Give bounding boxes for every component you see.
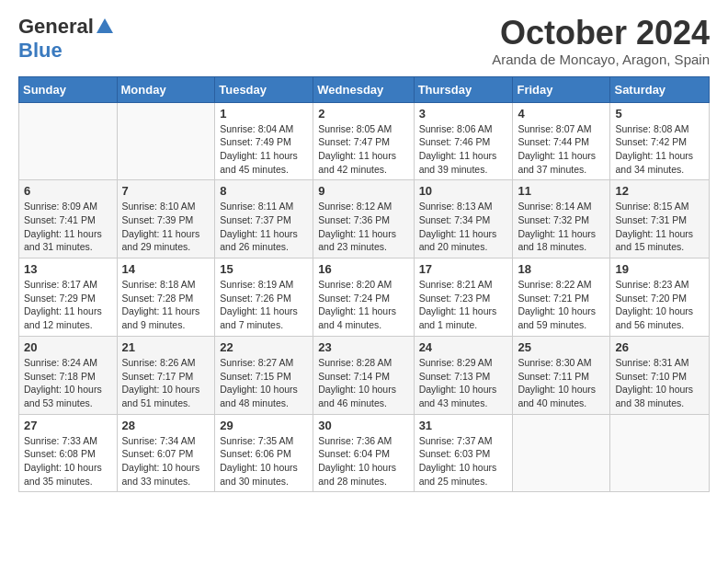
calendar-cell: 15Sunrise: 8:19 AMSunset: 7:26 PMDayligh… xyxy=(215,259,313,337)
day-number: 20 xyxy=(24,340,112,354)
svg-marker-0 xyxy=(97,18,113,33)
day-number: 5 xyxy=(615,107,704,121)
calendar-cell: 26Sunrise: 8:31 AMSunset: 7:10 PMDayligh… xyxy=(610,336,710,414)
calendar-week-row: 13Sunrise: 8:17 AMSunset: 7:29 PMDayligh… xyxy=(19,259,710,337)
day-info: Sunrise: 8:28 AMSunset: 7:14 PMDaylight:… xyxy=(318,356,408,410)
logo-triangle-icon xyxy=(97,18,113,37)
weekday-header: Saturday xyxy=(610,76,710,102)
day-info: Sunrise: 8:17 AMSunset: 7:29 PMDaylight:… xyxy=(24,278,112,332)
day-number: 16 xyxy=(318,262,408,276)
calendar-cell: 11Sunrise: 8:14 AMSunset: 7:32 PMDayligh… xyxy=(513,180,610,259)
calendar-cell: 20Sunrise: 8:24 AMSunset: 7:18 PMDayligh… xyxy=(19,336,118,414)
day-info: Sunrise: 7:35 AMSunset: 6:06 PMDaylight:… xyxy=(220,434,308,488)
day-info: Sunrise: 8:05 AMSunset: 7:47 PMDaylight:… xyxy=(318,122,408,177)
day-info: Sunrise: 7:36 AMSunset: 6:04 PMDaylight:… xyxy=(318,434,408,488)
day-info: Sunrise: 8:29 AMSunset: 7:13 PMDaylight:… xyxy=(419,356,508,410)
day-number: 14 xyxy=(122,262,210,276)
weekday-header: Friday xyxy=(513,76,610,102)
day-number: 19 xyxy=(615,262,704,276)
day-info: Sunrise: 8:30 AMSunset: 7:11 PMDaylight:… xyxy=(518,356,605,410)
calendar-week-row: 1Sunrise: 8:04 AMSunset: 7:49 PMDaylight… xyxy=(19,102,710,180)
calendar-cell: 10Sunrise: 8:13 AMSunset: 7:34 PMDayligh… xyxy=(414,180,513,259)
calendar-cell: 31Sunrise: 7:37 AMSunset: 6:03 PMDayligh… xyxy=(414,414,513,492)
day-number: 17 xyxy=(419,262,508,276)
location: Aranda de Moncayo, Aragon, Spain xyxy=(492,52,710,67)
day-number: 25 xyxy=(518,340,605,354)
day-info: Sunrise: 8:24 AMSunset: 7:18 PMDaylight:… xyxy=(24,356,112,410)
calendar-cell: 19Sunrise: 8:23 AMSunset: 7:20 PMDayligh… xyxy=(610,259,710,337)
day-info: Sunrise: 8:22 AMSunset: 7:21 PMDaylight:… xyxy=(518,278,605,332)
calendar-cell: 8Sunrise: 8:11 AMSunset: 7:37 PMDaylight… xyxy=(215,180,313,259)
calendar-cell: 1Sunrise: 8:04 AMSunset: 7:49 PMDaylight… xyxy=(215,102,313,180)
calendar-cell: 22Sunrise: 8:27 AMSunset: 7:15 PMDayligh… xyxy=(215,336,313,414)
day-number: 28 xyxy=(122,419,210,432)
calendar-cell: 16Sunrise: 8:20 AMSunset: 7:24 PMDayligh… xyxy=(313,259,414,337)
day-info: Sunrise: 8:07 AMSunset: 7:44 PMDaylight:… xyxy=(518,122,605,177)
day-number: 26 xyxy=(615,340,704,354)
calendar-cell: 23Sunrise: 8:28 AMSunset: 7:14 PMDayligh… xyxy=(313,336,414,414)
day-number: 31 xyxy=(419,419,508,432)
calendar-cell xyxy=(19,102,118,180)
calendar-cell: 13Sunrise: 8:17 AMSunset: 7:29 PMDayligh… xyxy=(19,259,118,337)
day-info: Sunrise: 8:04 AMSunset: 7:49 PMDaylight:… xyxy=(220,122,308,177)
day-info: Sunrise: 8:19 AMSunset: 7:26 PMDaylight:… xyxy=(220,278,308,332)
page: General Blue October 2024 Aranda de Monc… xyxy=(0,0,728,507)
day-number: 10 xyxy=(419,184,508,198)
day-number: 13 xyxy=(24,262,112,276)
day-number: 27 xyxy=(24,419,112,432)
day-number: 21 xyxy=(122,340,210,354)
day-info: Sunrise: 8:31 AMSunset: 7:10 PMDaylight:… xyxy=(615,356,704,410)
calendar-cell: 5Sunrise: 8:08 AMSunset: 7:42 PMDaylight… xyxy=(610,102,710,180)
calendar-cell: 4Sunrise: 8:07 AMSunset: 7:44 PMDaylight… xyxy=(513,102,610,180)
day-number: 11 xyxy=(518,184,605,198)
day-info: Sunrise: 8:23 AMSunset: 7:20 PMDaylight:… xyxy=(615,278,704,332)
calendar-cell xyxy=(513,414,610,492)
day-info: Sunrise: 8:18 AMSunset: 7:28 PMDaylight:… xyxy=(122,278,210,332)
day-number: 18 xyxy=(518,262,605,276)
day-info: Sunrise: 8:13 AMSunset: 7:34 PMDaylight:… xyxy=(419,200,508,254)
day-number: 7 xyxy=(122,184,210,198)
calendar-cell: 29Sunrise: 7:35 AMSunset: 6:06 PMDayligh… xyxy=(215,414,313,492)
calendar-cell: 18Sunrise: 8:22 AMSunset: 7:21 PMDayligh… xyxy=(513,259,610,337)
day-number: 3 xyxy=(419,107,508,121)
calendar-cell: 24Sunrise: 8:29 AMSunset: 7:13 PMDayligh… xyxy=(414,336,513,414)
calendar-cell: 6Sunrise: 8:09 AMSunset: 7:41 PMDaylight… xyxy=(19,180,118,259)
day-number: 12 xyxy=(615,184,704,198)
calendar-cell xyxy=(117,102,215,180)
weekday-header: Tuesday xyxy=(215,76,313,102)
day-number: 23 xyxy=(318,340,408,354)
calendar-table: SundayMondayTuesdayWednesdayThursdayFrid… xyxy=(18,76,710,493)
header: General Blue October 2024 Aranda de Monc… xyxy=(18,15,710,67)
day-number: 2 xyxy=(318,107,408,121)
day-info: Sunrise: 8:06 AMSunset: 7:46 PMDaylight:… xyxy=(419,122,508,177)
calendar-cell: 21Sunrise: 8:26 AMSunset: 7:17 PMDayligh… xyxy=(117,336,215,414)
weekday-header: Sunday xyxy=(19,76,118,102)
day-number: 30 xyxy=(318,419,408,432)
day-info: Sunrise: 8:12 AMSunset: 7:36 PMDaylight:… xyxy=(318,200,408,254)
calendar-cell xyxy=(610,414,710,492)
calendar-week-row: 20Sunrise: 8:24 AMSunset: 7:18 PMDayligh… xyxy=(19,336,710,414)
logo: General Blue xyxy=(18,15,113,63)
day-number: 22 xyxy=(220,340,308,354)
day-number: 6 xyxy=(24,184,112,198)
month-title: October 2024 xyxy=(492,15,710,52)
calendar-cell: 25Sunrise: 8:30 AMSunset: 7:11 PMDayligh… xyxy=(513,336,610,414)
day-info: Sunrise: 8:08 AMSunset: 7:42 PMDaylight:… xyxy=(615,122,704,177)
calendar-week-row: 6Sunrise: 8:09 AMSunset: 7:41 PMDaylight… xyxy=(19,180,710,259)
calendar-cell: 3Sunrise: 8:06 AMSunset: 7:46 PMDaylight… xyxy=(414,102,513,180)
day-info: Sunrise: 8:10 AMSunset: 7:39 PMDaylight:… xyxy=(122,200,210,254)
day-number: 29 xyxy=(220,419,308,432)
weekday-header: Wednesday xyxy=(313,76,414,102)
calendar-cell: 12Sunrise: 8:15 AMSunset: 7:31 PMDayligh… xyxy=(610,180,710,259)
day-info: Sunrise: 7:33 AMSunset: 6:08 PMDaylight:… xyxy=(24,434,112,488)
logo-blue-text: Blue xyxy=(18,39,63,62)
calendar-cell: 2Sunrise: 8:05 AMSunset: 7:47 PMDaylight… xyxy=(313,102,414,180)
calendar-cell: 28Sunrise: 7:34 AMSunset: 6:07 PMDayligh… xyxy=(117,414,215,492)
day-number: 15 xyxy=(220,262,308,276)
day-info: Sunrise: 8:27 AMSunset: 7:15 PMDaylight:… xyxy=(220,356,308,410)
day-number: 1 xyxy=(220,107,308,121)
day-info: Sunrise: 8:15 AMSunset: 7:31 PMDaylight:… xyxy=(615,200,704,254)
day-number: 8 xyxy=(220,184,308,198)
day-number: 4 xyxy=(518,107,605,121)
title-block: October 2024 Aranda de Moncayo, Aragon, … xyxy=(492,15,710,67)
